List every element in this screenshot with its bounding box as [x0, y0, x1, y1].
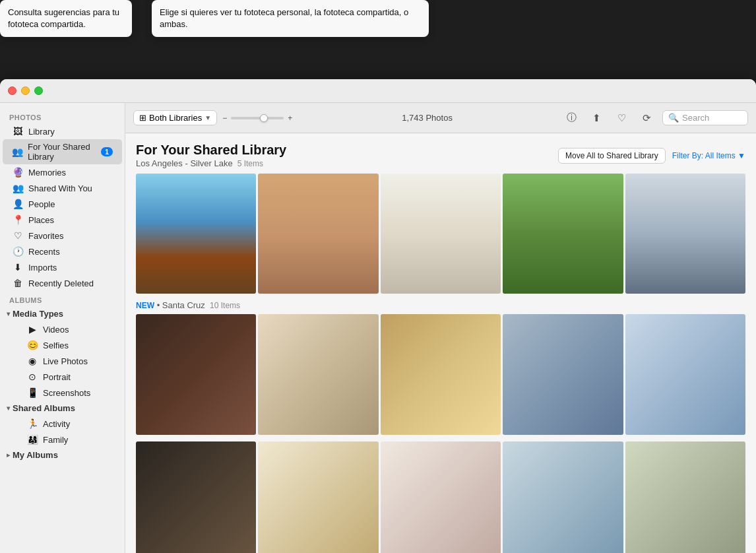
sub-section-location: Santa Cruz	[162, 300, 205, 310]
photo-cell[interactable]	[625, 441, 745, 553]
first-photo-grid	[136, 174, 745, 294]
sidebar-item-videos[interactable]: ▶ Videos	[17, 321, 122, 337]
sidebar-item-live-photos[interactable]: ◉ Live Photos	[17, 353, 122, 369]
toolbar-left: ⊞ Both Libraries ▼ − +	[133, 110, 292, 125]
sidebar-item-people[interactable]: 👤 People	[3, 196, 122, 212]
imports-icon: ⬇	[12, 262, 24, 273]
sidebar: Photos 🖼 Library 👥 For Your Shared Libra…	[0, 103, 125, 553]
close-button[interactable]	[8, 86, 16, 95]
shared-with-you-icon: 👥	[12, 183, 24, 193]
titlebar	[0, 79, 756, 103]
my-albums-toggle[interactable]: ▸ My Albums	[0, 447, 125, 463]
rotate-button[interactable]: ⟳	[637, 109, 656, 127]
section-subtitle: Los Angeles - Silver Lake 5 Items	[136, 158, 286, 168]
photo-cell[interactable]	[258, 174, 378, 294]
photo-cell[interactable]	[136, 441, 256, 553]
photo-cell[interactable]	[503, 441, 623, 553]
photo-cell[interactable]	[136, 314, 256, 434]
live-photos-icon: ◉	[26, 356, 38, 366]
photo-cell[interactable]	[136, 174, 256, 294]
sidebar-item-for-shared[interactable]: 👥 For Your Shared Library 1	[3, 139, 122, 164]
chevron-down-icon: ▾	[7, 310, 10, 317]
photo-cell[interactable]	[625, 174, 745, 294]
toolbar: ⊞ Both Libraries ▼ − + 1,743 Photos ⓘ ⬆ …	[125, 103, 756, 133]
sidebar-item-recently-deleted[interactable]: 🗑 Recently Deleted	[3, 275, 122, 291]
photo-cell[interactable]	[258, 314, 378, 434]
zoom-out-icon[interactable]: −	[222, 114, 227, 123]
chevron-down-icon-2: ▾	[7, 405, 10, 412]
shared-library-icon: 👥	[12, 146, 23, 157]
photo-area[interactable]: For Your Shared Library Los Angeles - Si…	[125, 133, 756, 553]
sidebar-item-imports[interactable]: ⬇ Imports	[3, 259, 122, 275]
favorites-icon: ♡	[12, 230, 24, 241]
maximize-button[interactable]	[34, 86, 43, 95]
trash-icon: 🗑	[12, 278, 24, 288]
people-icon: 👤	[12, 199, 24, 209]
search-input[interactable]: Search	[682, 113, 709, 123]
screenshots-icon: 📱	[26, 387, 38, 398]
sidebar-albums-label: Albums	[0, 291, 125, 306]
sidebar-photos-label: Photos	[0, 108, 125, 123]
share-button[interactable]: ⬆	[587, 109, 606, 127]
family-icon: 👨‍👩‍👧	[26, 434, 38, 445]
sidebar-item-memories[interactable]: 🔮 Memories	[3, 164, 122, 180]
sidebar-item-screenshots[interactable]: 📱 Screenshots	[17, 385, 122, 401]
photo-cell[interactable]	[381, 314, 501, 434]
new-badge: NEW	[136, 301, 154, 310]
minimize-button[interactable]	[21, 86, 30, 95]
sub-section-separator: •	[157, 300, 162, 310]
photo-cell[interactable]	[381, 174, 501, 294]
sidebar-item-shared-with-you[interactable]: 👥 Shared With You	[3, 180, 122, 196]
recents-icon: 🕐	[12, 246, 24, 257]
zoom-control: − +	[222, 114, 292, 123]
sidebar-item-favorites[interactable]: ♡ Favorites	[3, 228, 122, 244]
shared-albums-toggle[interactable]: ▾ Shared Albums	[0, 401, 125, 416]
tooltip-left: Consulta sugerencias para tu fototeca co…	[0, 0, 132, 37]
item-count: 5 Items	[235, 159, 263, 168]
library-selector[interactable]: ⊞ Both Libraries ▼	[133, 110, 217, 125]
sidebar-item-portrait[interactable]: ⊙ Portrait	[17, 369, 122, 385]
activity-icon: 🏃	[26, 418, 38, 429]
main-content: ⊞ Both Libraries ▼ − + 1,743 Photos ⓘ ⬆ …	[125, 103, 756, 553]
main-window: Photos 🖼 Library 👥 For Your Shared Libra…	[0, 79, 756, 553]
photo-cell[interactable]	[503, 174, 623, 294]
photo-cell[interactable]	[503, 314, 623, 434]
tooltip-right: Elige si quieres ver tu fototeca persona…	[152, 0, 429, 37]
photo-cell[interactable]	[381, 441, 501, 553]
section-title: For Your Shared Library	[136, 143, 286, 158]
heart-button[interactable]: ♡	[612, 109, 631, 127]
zoom-in-icon[interactable]: +	[288, 114, 292, 123]
photo-count: 1,743 Photos	[300, 113, 554, 123]
sidebar-item-activity[interactable]: 🏃 Activity	[17, 416, 122, 432]
library-icon: 🖼	[12, 126, 24, 137]
sub-section-count: 10 Items	[207, 300, 240, 310]
chevron-right-icon: ▸	[7, 451, 10, 459]
toolbar-right: ⓘ ⬆ ♡ ⟳ 🔍 Search	[562, 109, 748, 127]
library-selector-icon: ⊞	[139, 113, 146, 123]
filter-button[interactable]: Filter By: All Items ▼	[672, 151, 745, 160]
sidebar-item-recents[interactable]: 🕐 Recents	[3, 244, 122, 259]
media-types-toggle[interactable]: ▾ Media Types	[0, 306, 125, 321]
info-button[interactable]: ⓘ	[562, 109, 581, 127]
chevron-down-icon-3: ▼	[205, 114, 211, 121]
selfies-icon: 😊	[26, 340, 38, 350]
videos-icon: ▶	[26, 324, 38, 335]
sidebar-item-selfies[interactable]: 😊 Selfies	[17, 337, 122, 353]
sub-section-label: NEW • Santa Cruz 10 Items	[136, 300, 745, 310]
photo-cell[interactable]	[625, 314, 745, 434]
places-icon: 📍	[12, 214, 24, 225]
photo-cell[interactable]	[258, 441, 378, 553]
search-box[interactable]: 🔍 Search	[662, 110, 748, 125]
sidebar-item-library[interactable]: 🖼 Library	[3, 123, 122, 139]
section-header: For Your Shared Library Los Angeles - Si…	[136, 143, 745, 168]
shared-library-badge: 1	[101, 147, 113, 156]
sidebar-item-family[interactable]: 👨‍👩‍👧 Family	[17, 432, 122, 447]
search-icon: 🔍	[668, 113, 679, 123]
second-photo-grid-row2	[136, 441, 745, 553]
memories-icon: 🔮	[12, 167, 24, 178]
zoom-slider[interactable]	[231, 117, 284, 119]
zoom-thumb	[260, 114, 268, 122]
sidebar-item-places[interactable]: 📍 Places	[3, 212, 122, 228]
second-photo-grid-row1	[136, 314, 745, 434]
move-all-button[interactable]: Move All to Shared Library	[558, 148, 666, 164]
